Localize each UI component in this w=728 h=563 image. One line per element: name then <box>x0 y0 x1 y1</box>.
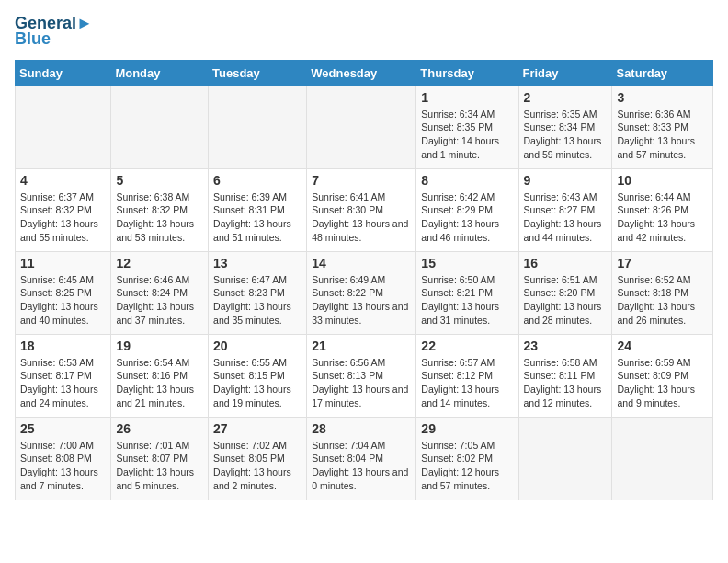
day-info: Sunrise: 7:04 AMSunset: 8:04 PMDaylight:… <box>312 439 411 493</box>
day-number: 17 <box>617 256 708 270</box>
day-info: Sunrise: 7:05 AMSunset: 8:02 PMDaylight:… <box>421 439 513 493</box>
calendar-cell: 17Sunrise: 6:52 AMSunset: 8:18 PMDayligh… <box>612 251 713 334</box>
calendar-table: SundayMondayTuesdayWednesdayThursdayFrid… <box>15 60 713 500</box>
day-number: 27 <box>213 421 301 436</box>
day-info: Sunrise: 6:35 AMSunset: 8:34 PMDaylight:… <box>524 108 608 162</box>
calendar-cell: 13Sunrise: 6:47 AMSunset: 8:23 PMDayligh… <box>209 251 307 334</box>
day-info: Sunrise: 6:58 AMSunset: 8:11 PMDaylight:… <box>524 356 608 410</box>
day-number: 10 <box>617 173 708 188</box>
day-info: Sunrise: 6:50 AMSunset: 8:21 PMDaylight:… <box>421 273 513 327</box>
header-row: SundayMondayTuesdayWednesdayThursdayFrid… <box>16 60 713 86</box>
calendar-cell: 28Sunrise: 7:04 AMSunset: 8:04 PMDayligh… <box>307 417 416 500</box>
calendar-cell: 10Sunrise: 6:44 AMSunset: 8:26 PMDayligh… <box>612 168 713 251</box>
day-info: Sunrise: 6:53 AMSunset: 8:17 PMDaylight:… <box>20 356 106 410</box>
day-number: 28 <box>312 421 411 436</box>
header-day-wednesday: Wednesday <box>307 60 416 86</box>
day-info: Sunrise: 6:49 AMSunset: 8:22 PMDaylight:… <box>312 273 411 327</box>
calendar-cell: 25Sunrise: 7:00 AMSunset: 8:08 PMDayligh… <box>16 417 111 500</box>
calendar-cell: 23Sunrise: 6:58 AMSunset: 8:11 PMDayligh… <box>518 334 612 417</box>
day-info: Sunrise: 6:39 AMSunset: 8:31 PMDaylight:… <box>213 190 301 245</box>
day-info: Sunrise: 6:56 AMSunset: 8:13 PMDaylight:… <box>312 356 411 410</box>
day-number: 3 <box>617 90 708 105</box>
calendar-cell: 26Sunrise: 7:01 AMSunset: 8:07 PMDayligh… <box>111 417 209 500</box>
day-number: 14 <box>312 256 411 270</box>
calendar-cell: 19Sunrise: 6:54 AMSunset: 8:16 PMDayligh… <box>111 334 209 417</box>
day-info: Sunrise: 6:57 AMSunset: 8:12 PMDaylight:… <box>421 356 513 410</box>
calendar-cell: 16Sunrise: 6:51 AMSunset: 8:20 PMDayligh… <box>518 251 612 334</box>
day-info: Sunrise: 6:42 AMSunset: 8:29 PMDaylight:… <box>421 190 513 245</box>
day-number: 18 <box>20 339 106 353</box>
day-info: Sunrise: 6:44 AMSunset: 8:26 PMDaylight:… <box>617 190 708 245</box>
day-info: Sunrise: 6:52 AMSunset: 8:18 PMDaylight:… <box>617 273 708 327</box>
calendar-cell: 7Sunrise: 6:41 AMSunset: 8:30 PMDaylight… <box>307 168 416 251</box>
logo: General► Blue <box>15 15 93 49</box>
header-day-sunday: Sunday <box>16 60 111 86</box>
day-info: Sunrise: 7:01 AMSunset: 8:07 PMDaylight:… <box>116 439 203 493</box>
calendar-cell: 9Sunrise: 6:43 AMSunset: 8:27 PMDaylight… <box>518 168 612 251</box>
calendar-cell: 6Sunrise: 6:39 AMSunset: 8:31 PMDaylight… <box>209 168 307 251</box>
calendar-cell: 5Sunrise: 6:38 AMSunset: 8:32 PMDaylight… <box>111 168 209 251</box>
day-number: 15 <box>421 256 513 270</box>
day-number: 6 <box>213 173 301 188</box>
calendar-cell: 14Sunrise: 6:49 AMSunset: 8:22 PMDayligh… <box>307 251 416 334</box>
calendar-cell: 22Sunrise: 6:57 AMSunset: 8:12 PMDayligh… <box>416 334 518 417</box>
day-info: Sunrise: 7:02 AMSunset: 8:05 PMDaylight:… <box>213 439 301 493</box>
calendar-cell <box>307 86 416 168</box>
day-number: 8 <box>421 173 513 188</box>
calendar-cell: 3Sunrise: 6:36 AMSunset: 8:33 PMDaylight… <box>612 86 713 168</box>
day-info: Sunrise: 7:00 AMSunset: 8:08 PMDaylight:… <box>20 439 106 493</box>
day-number: 20 <box>213 339 301 353</box>
day-number: 13 <box>213 256 301 270</box>
day-number: 7 <box>312 173 411 188</box>
week-row-1: 1Sunrise: 6:34 AMSunset: 8:35 PMDaylight… <box>16 86 713 168</box>
header-day-tuesday: Tuesday <box>209 60 307 86</box>
day-info: Sunrise: 6:37 AMSunset: 8:32 PMDaylight:… <box>20 190 106 245</box>
day-number: 23 <box>524 339 608 353</box>
day-info: Sunrise: 6:43 AMSunset: 8:27 PMDaylight:… <box>524 190 608 245</box>
day-info: Sunrise: 6:46 AMSunset: 8:24 PMDaylight:… <box>116 273 203 327</box>
calendar-cell: 4Sunrise: 6:37 AMSunset: 8:32 PMDaylight… <box>16 168 111 251</box>
week-row-5: 25Sunrise: 7:00 AMSunset: 8:08 PMDayligh… <box>16 417 713 500</box>
day-number: 21 <box>312 339 411 353</box>
day-number: 11 <box>20 256 106 270</box>
calendar-cell: 27Sunrise: 7:02 AMSunset: 8:05 PMDayligh… <box>209 417 307 500</box>
header-day-monday: Monday <box>111 60 209 86</box>
calendar-cell: 20Sunrise: 6:55 AMSunset: 8:15 PMDayligh… <box>209 334 307 417</box>
day-info: Sunrise: 6:45 AMSunset: 8:25 PMDaylight:… <box>20 273 106 327</box>
day-number: 24 <box>617 339 708 353</box>
day-number: 25 <box>20 421 106 436</box>
calendar-cell: 21Sunrise: 6:56 AMSunset: 8:13 PMDayligh… <box>307 334 416 417</box>
day-info: Sunrise: 6:38 AMSunset: 8:32 PMDaylight:… <box>116 190 203 245</box>
day-info: Sunrise: 6:55 AMSunset: 8:15 PMDaylight:… <box>213 356 301 410</box>
day-info: Sunrise: 6:54 AMSunset: 8:16 PMDaylight:… <box>116 356 203 410</box>
day-number: 16 <box>524 256 608 270</box>
day-info: Sunrise: 6:51 AMSunset: 8:20 PMDaylight:… <box>524 273 608 327</box>
calendar-cell: 12Sunrise: 6:46 AMSunset: 8:24 PMDayligh… <box>111 251 209 334</box>
day-number: 9 <box>524 173 608 188</box>
header-day-saturday: Saturday <box>612 60 713 86</box>
day-number: 26 <box>116 421 203 436</box>
calendar-cell: 15Sunrise: 6:50 AMSunset: 8:21 PMDayligh… <box>416 251 518 334</box>
week-row-4: 18Sunrise: 6:53 AMSunset: 8:17 PMDayligh… <box>16 334 713 417</box>
calendar-cell: 1Sunrise: 6:34 AMSunset: 8:35 PMDaylight… <box>416 86 518 168</box>
calendar-cell: 2Sunrise: 6:35 AMSunset: 8:34 PMDaylight… <box>518 86 612 168</box>
day-info: Sunrise: 6:59 AMSunset: 8:09 PMDaylight:… <box>617 356 708 410</box>
day-number: 19 <box>116 339 203 353</box>
day-info: Sunrise: 6:47 AMSunset: 8:23 PMDaylight:… <box>213 273 301 327</box>
calendar-cell <box>612 417 713 500</box>
day-number: 29 <box>421 421 513 436</box>
day-number: 5 <box>116 173 203 188</box>
day-number: 1 <box>421 90 513 105</box>
week-row-2: 4Sunrise: 6:37 AMSunset: 8:32 PMDaylight… <box>16 168 713 251</box>
header-day-friday: Friday <box>518 60 612 86</box>
calendar-cell: 24Sunrise: 6:59 AMSunset: 8:09 PMDayligh… <box>612 334 713 417</box>
calendar-cell: 11Sunrise: 6:45 AMSunset: 8:25 PMDayligh… <box>16 251 111 334</box>
day-info: Sunrise: 6:36 AMSunset: 8:33 PMDaylight:… <box>617 108 708 162</box>
calendar-cell <box>518 417 612 500</box>
day-number: 12 <box>116 256 203 270</box>
calendar-cell <box>209 86 307 168</box>
day-info: Sunrise: 6:41 AMSunset: 8:30 PMDaylight:… <box>312 190 411 245</box>
day-number: 22 <box>421 339 513 353</box>
calendar-cell: 8Sunrise: 6:42 AMSunset: 8:29 PMDaylight… <box>416 168 518 251</box>
day-number: 2 <box>524 90 608 105</box>
